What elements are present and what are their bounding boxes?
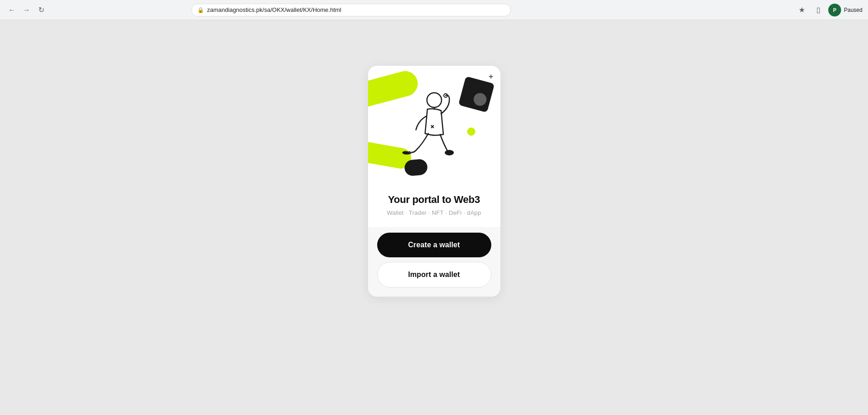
app-card: + xyxy=(368,66,500,297)
extensions-button[interactable]: ▯ xyxy=(812,4,825,16)
back-button[interactable]: ← xyxy=(5,4,18,16)
illustration-area: + xyxy=(368,66,500,180)
subtitle-tags: Wallet · Trader · NFT · DeFi · dApp xyxy=(379,209,489,216)
create-wallet-button[interactable]: Create a wallet xyxy=(377,233,491,257)
page-content: + xyxy=(0,20,868,415)
buttons-area: Create a wallet Import a wallet xyxy=(368,227,500,297)
profile-area: P Paused xyxy=(828,4,863,16)
profile-avatar[interactable]: P xyxy=(828,4,841,16)
main-title: Your portal to Web3 xyxy=(379,194,489,206)
card-circle-decoration xyxy=(472,91,488,107)
person-figure xyxy=(395,84,468,176)
browser-chrome: ← → ↻ 🔒 zamandiagnostics.pk/sa/OKX/walle… xyxy=(0,0,868,20)
reload-button[interactable]: ↻ xyxy=(35,4,47,16)
forward-button[interactable]: → xyxy=(20,4,33,16)
import-wallet-button[interactable]: Import a wallet xyxy=(377,262,491,287)
nav-buttons: ← → ↻ xyxy=(5,4,47,16)
paused-status: Paused xyxy=(844,7,863,13)
bookmark-button[interactable]: ★ xyxy=(795,4,808,16)
url-text: zamandiagnostics.pk/sa/OKX/wallet/KX/Hom… xyxy=(207,6,505,13)
plus-icon: + xyxy=(489,73,494,81)
text-content: Your portal to Web3 Wallet · Trader · NF… xyxy=(368,180,500,227)
svg-point-0 xyxy=(427,93,442,107)
browser-actions: ★ ▯ P Paused xyxy=(795,4,863,16)
address-bar[interactable]: 🔒 zamandiagnostics.pk/sa/OKX/wallet/KX/H… xyxy=(191,4,511,16)
lock-icon: 🔒 xyxy=(197,7,204,13)
layout-wrapper: + xyxy=(9,48,859,297)
svg-point-4 xyxy=(445,150,454,155)
